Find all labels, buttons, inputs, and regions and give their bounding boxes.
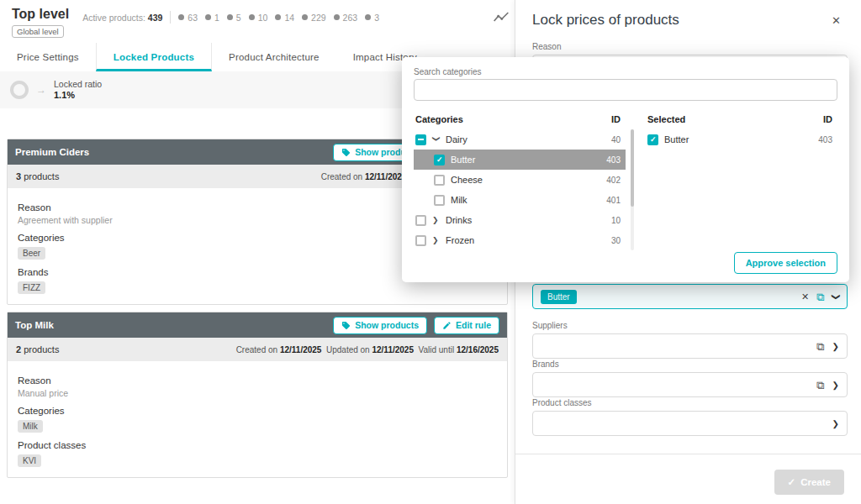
product-classes-select[interactable]: ❯ [532,411,848,436]
categories-column: CategoriesID ❯ Dairy 40 Butter 403 Chees… [414,109,634,250]
tab-product-architecture[interactable]: Product Architecture [212,43,336,71]
active-products-count: 439 [148,13,163,23]
panel-header: Lock prices of products ✕ [515,0,861,35]
card-title: Premium Ciders [15,147,326,157]
card-subheader: 2 products Created on 12/11/2025 Updated… [8,338,507,361]
categories-popup: Search categories CategoriesID ❯ Dairy 4… [402,57,849,282]
legend-item: 1 [205,13,219,23]
checkbox-unchecked[interactable] [434,195,445,206]
close-icon[interactable]: ✕ [828,13,844,29]
category-row-cheese[interactable]: Cheese 402 [414,170,626,190]
brands-field-label: Brands [532,360,848,369]
copy-icon[interactable]: ⧉ [816,341,824,352]
selected-column: SelectedID Butter 403 [634,109,837,250]
tab-locked-products[interactable]: Locked Products [96,43,212,71]
checkbox-checked[interactable] [647,134,658,145]
page-title: Top level [12,7,69,22]
clear-icon[interactable]: ✕ [801,291,809,302]
approve-selection-button[interactable]: Approve selection [734,252,837,274]
ratio-ring-icon [10,81,29,99]
selected-category-chip[interactable]: Butter [541,290,577,304]
suppliers-field-group: Suppliers ⧉ ❯ [532,321,848,359]
chevron-right-icon[interactable]: ❯ [832,419,839,428]
chevron-expand-icon[interactable]: ❯ [432,136,441,144]
panel-footer-divider [515,454,861,454]
chevron-collapsed-icon[interactable]: ❯ [432,236,440,244]
edit-rule-button[interactable]: Edit rule [434,317,499,334]
selected-row-butter[interactable]: Butter 403 [646,129,837,150]
locked-ratio-text: Locked ratio 1.1% [54,79,102,101]
tab-price-settings[interactable]: Price Settings [0,43,96,71]
product-classes-field-label: Product classes [532,398,848,407]
legend-item: 229 [302,13,326,23]
card-title: Top Milk [15,320,326,330]
checkbox-indeterminate[interactable] [415,134,426,145]
category-id: 40 [611,135,621,144]
active-products-meta: Active products: 439 63 1 5 10 14 229 26… [82,11,379,24]
tag-icon [341,148,351,157]
brands-field-group: Brands ⧉ ❯ [532,360,848,397]
suppliers-field-label: Suppliers [532,321,848,330]
category-id: 10 [611,216,621,225]
categories-label: Categories [18,406,497,416]
product-classes-label: Product classes [18,440,497,450]
checkbox-unchecked[interactable] [434,175,445,186]
chevron-down-icon[interactable]: ❯ [831,293,840,300]
category-id: 402 [606,176,621,185]
rule-card-top-milk: Top Milk Show products Edit rule 2 produ… [7,312,508,478]
chevron-collapsed-icon[interactable]: ❯ [432,216,440,224]
card-dates: Created on 12/11/2025 Updated on 12/11/2… [236,345,499,354]
product-class-chip: KVI [18,454,41,467]
search-categories-input[interactable] [414,79,837,101]
suppliers-select[interactable]: ⧉ ❯ [532,333,848,359]
category-id: 403 [606,155,621,165]
category-name: Dairy [446,134,605,144]
copy-icon[interactable]: ⧉ [816,291,824,302]
checkbox-unchecked[interactable] [415,235,426,246]
category-name: Drinks [446,215,605,225]
brands-select[interactable]: ⧉ ❯ [532,372,848,397]
show-products-button[interactable]: Show products [333,317,427,334]
category-row-drinks[interactable]: ❯ Drinks 10 [414,210,626,230]
arrow-right-icon: → [36,84,46,96]
title-block: Top level Global level [12,7,69,38]
reason-value: Manual price [18,388,497,398]
selected-id: 403 [818,135,832,144]
locked-ratio-label: Locked ratio [54,79,102,89]
legend-dot-icon [178,14,184,20]
reason-label: Reason [18,375,497,386]
product-classes-field-group: Product classes ❯ [532,398,848,436]
category-row-milk[interactable]: Milk 401 [414,190,626,210]
products-count: 2 products [16,344,59,354]
chevron-right-icon[interactable]: ❯ [832,381,839,390]
panel-title: Lock prices of products [532,12,828,29]
legend-item: 3 [365,13,379,23]
products-count: 3 products [16,171,59,181]
tag-icon [341,321,351,330]
legend-item: 10 [249,13,268,23]
category-name: Butter [451,155,600,165]
copy-icon[interactable]: ⧉ [816,380,824,391]
selected-name: Butter [664,134,812,144]
checkbox-unchecked[interactable] [415,215,426,226]
legend-dot-icon [205,14,211,20]
category-name: Cheese [451,175,600,185]
legend-item: 5 [227,13,241,23]
category-row-frozen[interactable]: ❯ Frozen 30 [414,230,626,250]
categories-select[interactable]: Butter ✕ ⧉ ❯ [532,284,848,309]
category-row-butter[interactable]: Butter 403 [414,150,626,170]
category-name: Milk [451,195,600,205]
pencil-icon [442,321,452,330]
checkbox-checked[interactable] [434,155,445,165]
check-icon: ✓ [788,476,796,488]
category-id: 401 [606,196,621,205]
card-header: Top Milk Show products Edit rule [8,312,507,338]
card-body: Reason Manual price Categories Milk Prod… [8,361,507,477]
brand-chip: FIZZ [18,281,45,294]
chart-toggle-icon[interactable] [493,10,510,27]
legend-item: 14 [275,13,294,23]
legend-item: 63 [178,13,198,23]
category-row-dairy[interactable]: ❯ Dairy 40 [414,129,626,150]
create-button[interactable]: ✓ Create [774,470,844,495]
chevron-right-icon[interactable]: ❯ [832,342,839,351]
